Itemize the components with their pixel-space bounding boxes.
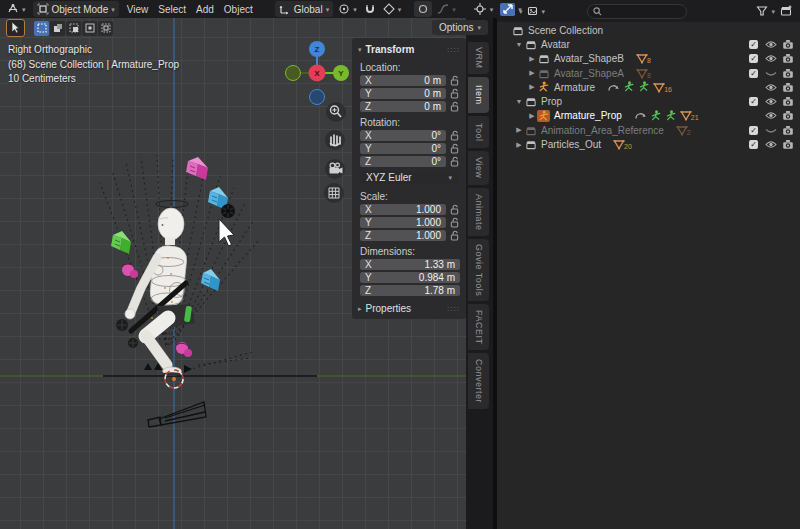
lock-icon[interactable]: [446, 204, 462, 215]
expand-toggle[interactable]: ▼: [514, 41, 524, 48]
new-collection-button[interactable]: [777, 3, 795, 19]
tab-govie-tools[interactable]: Govie Tools: [468, 239, 489, 301]
snap-dropdown[interactable]: ▾: [381, 1, 404, 17]
menu-object[interactable]: Object: [219, 3, 258, 16]
render-visibility-toggle[interactable]: [779, 82, 796, 93]
options-dropdown[interactable]: Options ▾: [432, 20, 488, 35]
pivot-dropdown[interactable]: ▾: [336, 1, 359, 17]
outliner-row-armature[interactable]: ▶Armature16: [497, 80, 800, 94]
render-visibility-toggle[interactable]: [779, 53, 796, 64]
outliner-row-particles-out[interactable]: ▶Particles_Out20✓: [497, 137, 800, 151]
expand-toggle[interactable]: ▶: [527, 112, 537, 120]
filter-dropdown[interactable]: ▾: [754, 3, 777, 19]
lock-icon[interactable]: [446, 230, 462, 241]
select-intersect-button[interactable]: [98, 21, 113, 36]
rotation-x-field[interactable]: X0°: [360, 130, 446, 141]
select-set-button[interactable]: [34, 21, 49, 36]
menu-select[interactable]: Select: [153, 3, 191, 16]
proportional-editing-toggle[interactable]: [414, 1, 432, 17]
exclude-checkbox[interactable]: ✓: [749, 54, 758, 63]
hide-eye-toggle-closed[interactable]: [762, 126, 779, 135]
select-subtract-button[interactable]: [66, 21, 81, 36]
pan-hand-button[interactable]: [325, 130, 345, 150]
outliner-row-scene-collection[interactable]: Scene Collection: [497, 23, 800, 37]
camera-view-button[interactable]: [325, 159, 345, 179]
dimension-y-field[interactable]: Y0.984 m: [360, 272, 460, 283]
exclude-checkbox[interactable]: ✓: [749, 69, 758, 78]
hide-eye-toggle[interactable]: [762, 40, 779, 49]
exclude-checkbox[interactable]: ✓: [749, 40, 758, 49]
tab-vrm[interactable]: VRM: [468, 42, 489, 74]
transform-panel-header[interactable]: ▾ Transform ::::: [352, 42, 466, 59]
hide-eye-toggle[interactable]: [762, 83, 779, 92]
dimension-z-field[interactable]: Z1.78 m: [360, 285, 460, 296]
lock-icon[interactable]: [446, 143, 462, 154]
grid-ortho-button[interactable]: [324, 183, 344, 203]
active-tool-button[interactable]: [6, 19, 25, 37]
location-z-field[interactable]: Z0 m: [360, 101, 446, 112]
render-visibility-toggle[interactable]: [779, 139, 796, 150]
expand-toggle[interactable]: ▶: [514, 141, 524, 149]
exclude-checkbox[interactable]: ✓: [749, 97, 758, 106]
render-visibility-toggle[interactable]: [779, 125, 796, 136]
render-visibility-toggle[interactable]: [779, 39, 796, 50]
rotation-y-field[interactable]: Y0°: [360, 143, 446, 154]
hide-eye-toggle[interactable]: [762, 97, 779, 106]
render-visibility-toggle[interactable]: [779, 110, 796, 121]
location-x-field[interactable]: X0 m: [360, 75, 446, 86]
falloff-dropdown[interactable]: ▾: [435, 1, 458, 17]
rotation-mode-dropdown[interactable]: XYZ Euler ▾: [360, 171, 458, 184]
rotation-z-field[interactable]: Z0°: [360, 156, 446, 167]
tab-item[interactable]: Item: [468, 77, 489, 113]
outliner-row-prop[interactable]: ▼Prop✓: [497, 94, 800, 108]
lock-icon[interactable]: [446, 75, 462, 86]
select-extend-button[interactable]: [50, 21, 65, 36]
viewport-3d[interactable]: Z Y X: [0, 0, 493, 529]
expand-toggle[interactable]: ▶: [527, 83, 537, 91]
tab-faceit[interactable]: FACEIT: [468, 304, 489, 350]
expand-toggle[interactable]: ▶: [527, 69, 537, 77]
outliner-search[interactable]: [587, 4, 687, 19]
outliner-row-avatar-shapeb[interactable]: ▶Avatar_ShapeB8✓: [497, 52, 800, 66]
dimension-x-field[interactable]: X1.33 m: [360, 259, 460, 270]
outliner-row-animation-area-reference[interactable]: ▶Animation_Area_Reference2✓: [497, 123, 800, 137]
expand-toggle[interactable]: ▶: [514, 126, 524, 134]
scale-x-field[interactable]: X1.000: [360, 204, 446, 215]
orientation-dropdown[interactable]: Global ▾: [275, 1, 333, 17]
hide-eye-toggle[interactable]: [762, 54, 779, 63]
lock-icon[interactable]: [446, 130, 462, 141]
scale-z-field[interactable]: Z1.000: [360, 230, 446, 241]
outliner-row-avatar[interactable]: ▼Avatar✓: [497, 37, 800, 51]
hide-eye-toggle-closed[interactable]: [762, 69, 779, 78]
search-input[interactable]: [606, 5, 670, 17]
menu-view[interactable]: View: [122, 3, 154, 16]
menu-add[interactable]: Add: [191, 3, 219, 16]
expand-toggle[interactable]: ▼: [514, 98, 524, 105]
scale-y-field[interactable]: Y1.000: [360, 217, 446, 228]
expand-toggle[interactable]: ▶: [527, 55, 537, 63]
tab-animate[interactable]: Animate: [468, 188, 489, 236]
render-visibility-toggle[interactable]: [779, 96, 796, 107]
lock-icon[interactable]: [446, 156, 462, 167]
exclude-checkbox[interactable]: ✓: [749, 140, 758, 149]
exclude-checkbox[interactable]: ✓: [749, 126, 758, 135]
snap-toggle[interactable]: [362, 1, 378, 17]
location-y-field[interactable]: Y0 m: [360, 88, 446, 99]
editor-type-button[interactable]: ▾: [3, 1, 30, 17]
properties-panel-header[interactable]: ▸ Properties ::::: [352, 298, 466, 317]
hide-eye-toggle[interactable]: [762, 140, 779, 149]
hide-eye-toggle[interactable]: [762, 111, 779, 120]
outliner-row-armature-prop[interactable]: ▶Armature_Prop21: [497, 109, 800, 123]
render-visibility-toggle[interactable]: [779, 68, 796, 79]
outliner-row-avatar-shapea[interactable]: ▶Avatar_ShapeA8✓: [497, 66, 800, 80]
zoom-button[interactable]: [326, 102, 346, 122]
tab-tool[interactable]: Tool: [468, 116, 489, 148]
select-invert-button[interactable]: [82, 21, 97, 36]
mode-dropdown[interactable]: Object Mode ▾: [33, 1, 119, 17]
show-overlays-dropdown[interactable]: ▾: [498, 1, 524, 17]
lock-icon[interactable]: [446, 217, 462, 228]
display-mode-dropdown[interactable]: ▾: [525, 3, 548, 19]
lock-icon[interactable]: [446, 88, 462, 99]
navigation-gizmo[interactable]: Z Y X: [286, 41, 350, 105]
lock-icon[interactable]: [446, 101, 462, 112]
